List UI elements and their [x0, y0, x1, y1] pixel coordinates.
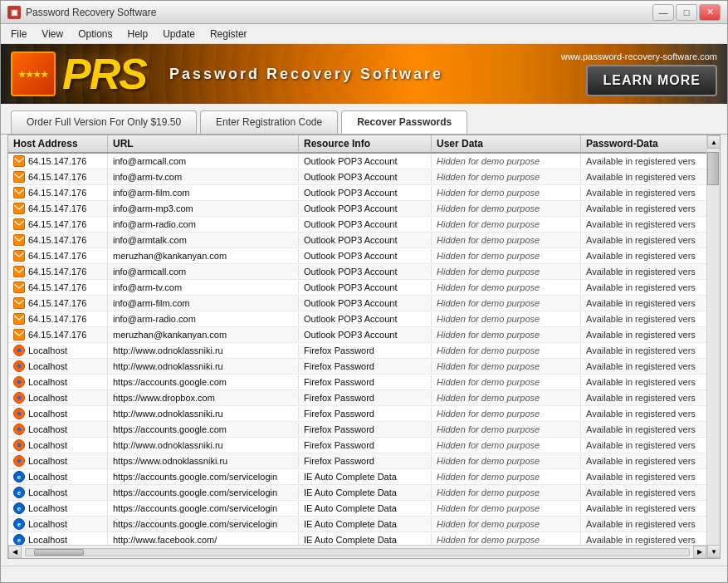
firefox-icon [13, 392, 25, 404]
cell-host: 64.15.147.176 [8, 311, 108, 326]
scroll-right-button[interactable]: ▶ [693, 546, 706, 559]
close-button[interactable]: ✕ [699, 4, 721, 21]
cell-userdata: Hidden for demo purpose [432, 186, 581, 199]
host-text: Localhost [28, 519, 67, 529]
menu-item-help[interactable]: Help [121, 27, 155, 42]
scroll-track[interactable] [25, 548, 690, 556]
table-row[interactable]: Localhosthttp://www.odnoklassniki.ruFire… [8, 359, 706, 375]
table-row[interactable]: 64.15.147.176info@arm-mp3.comOutlook POP… [8, 201, 706, 217]
menu-item-file[interactable]: File [4, 27, 33, 42]
table-header: Host Address URL Resource Info User Data… [8, 135, 706, 154]
cell-host: 64.15.147.176 [8, 217, 108, 232]
minimize-button[interactable]: — [652, 4, 674, 21]
menu-item-register[interactable]: Register [203, 27, 254, 42]
cell-host: eLocalhost [8, 469, 108, 484]
table-row[interactable]: Localhosthttps://accounts.google.comFire… [8, 375, 706, 390]
cell-url: info@arm-tv.com [108, 170, 299, 184]
cell-url: info@arm-mp3.com [108, 202, 299, 215]
host-text: 64.15.147.176 [28, 203, 86, 213]
cell-password: Available in registered vers [581, 265, 706, 278]
host-text: Localhost [28, 424, 67, 434]
cell-resource: Outlook POP3 Account [299, 265, 432, 278]
table-row[interactable]: 64.15.147.176info@arm-tv.comOutlook POP3… [8, 169, 706, 185]
horizontal-scrollbar[interactable]: ◀ ▶ [8, 545, 706, 558]
table-row[interactable]: 64.15.147.176info@arm-radio.comOutlook P… [8, 217, 706, 233]
cell-url: http://www.odnoklassniki.ru [108, 407, 299, 420]
cell-host: Localhost [8, 453, 108, 468]
cell-url: https://accounts.google.com/servicelogin [108, 517, 299, 531]
table-row[interactable]: 64.15.147.176info@arm-film.comOutlook PO… [8, 185, 706, 201]
cell-password: Available in registered vers [581, 233, 706, 247]
v-scroll-track[interactable] [707, 149, 720, 545]
scroll-up-button[interactable]: ▲ [707, 135, 720, 149]
cell-resource: Outlook POP3 Account [299, 202, 432, 215]
tab-1[interactable]: Enter Registration Code [200, 110, 338, 134]
host-text: 64.15.147.176 [28, 235, 86, 245]
table-row[interactable]: eLocalhosthttps://accounts.google.com/se… [8, 469, 706, 485]
title-controls: — □ ✕ [652, 4, 721, 21]
table-row[interactable]: 64.15.147.176meruzhan@kankanyan.comOutlo… [8, 248, 706, 264]
cell-url: info@arm-film.com [108, 296, 299, 310]
host-text: Localhost [28, 361, 67, 371]
cell-url: info@armcall.com [108, 265, 299, 278]
table-row[interactable]: 64.15.147.176info@armcall.comOutlook POP… [8, 264, 706, 280]
cell-host: 64.15.147.176 [8, 280, 108, 295]
col-header-url: URL [108, 135, 299, 152]
table-row[interactable]: 64.15.147.176info@arm-radio.comOutlook P… [8, 311, 706, 327]
mail-icon [13, 250, 25, 262]
banner: ★★★★ PRS Password Recovery Software www.… [1, 44, 727, 104]
cell-userdata: Hidden for demo purpose [432, 218, 581, 231]
cell-url: http://www.facebook.com/ [108, 533, 299, 545]
table-row[interactable]: 64.15.147.176meruzhan@kankanyan.comOutlo… [8, 327, 706, 343]
cell-password: Available in registered vers [581, 423, 706, 436]
host-text: Localhost [28, 535, 67, 545]
cell-password: Available in registered vers [581, 218, 706, 231]
cell-url: https://accounts.google.com/servicelogin [108, 470, 299, 483]
scroll-thumb[interactable] [34, 549, 84, 556]
cell-host: eLocalhost [8, 501, 108, 516]
menu-item-update[interactable]: Update [156, 27, 202, 42]
table-row[interactable]: Localhosthttp://www.odnoklassniki.ruFire… [8, 438, 706, 453]
cell-userdata: Hidden for demo purpose [432, 375, 581, 389]
table-row[interactable]: eLocalhosthttp://www.facebook.com/IE Aut… [8, 532, 706, 545]
table-row[interactable]: 64.15.147.176info@armcall.comOutlook POP… [8, 154, 706, 169]
mail-icon [13, 234, 25, 246]
table-row[interactable]: Localhosthttps://www.dropbox.comFirefox … [8, 390, 706, 406]
table-row[interactable]: eLocalhosthttps://accounts.google.com/se… [8, 501, 706, 517]
table-row[interactable]: eLocalhosthttps://accounts.google.com/se… [8, 517, 706, 532]
table-row[interactable]: Localhosthttps://accounts.google.comFire… [8, 422, 706, 438]
tab-2[interactable]: Recover Passwords [341, 110, 467, 134]
vertical-scrollbar[interactable]: ▲ ▼ [706, 135, 720, 558]
table-row[interactable]: 64.15.147.176info@arm-film.comOutlook PO… [8, 296, 706, 311]
cell-password: Available in registered vers [581, 375, 706, 389]
menu-item-view[interactable]: View [35, 27, 70, 42]
learn-more-button[interactable]: LEARN MORE [586, 65, 717, 96]
cell-url: info@arm-film.com [108, 186, 299, 199]
table-row[interactable]: Localhosthttps://www.odnoklassniki.ruFir… [8, 453, 706, 469]
cell-password: Available in registered vers [581, 486, 706, 499]
table-row[interactable]: eLocalhosthttps://accounts.google.com/se… [8, 485, 706, 501]
title-bar: ▣ Password Recovery Software — □ ✕ [1, 1, 727, 24]
svg-text:e: e [17, 536, 22, 544]
mail-icon [13, 187, 25, 198]
cell-userdata: Hidden for demo purpose [432, 344, 581, 357]
table-row[interactable]: 64.15.147.176info@armtalk.comOutlook POP… [8, 233, 706, 248]
banner-prs-text: PRS [62, 49, 146, 99]
table-row[interactable]: Localhosthttp://www.odnoklassniki.ruFire… [8, 406, 706, 422]
svg-point-27 [17, 459, 22, 463]
cell-host: 64.15.147.176 [8, 201, 108, 216]
tab-0[interactable]: Order Full Version For Only $19.50 [11, 110, 197, 134]
v-scroll-thumb[interactable] [707, 152, 719, 185]
cell-password: Available in registered vers [581, 249, 706, 262]
table-row[interactable]: 64.15.147.176info@arm-tv.comOutlook POP3… [8, 280, 706, 296]
cell-resource: Firefox Password [299, 454, 432, 468]
table-body[interactable]: 64.15.147.176info@armcall.comOutlook POP… [8, 154, 706, 545]
maximize-button[interactable]: □ [676, 4, 697, 21]
cell-url: info@arm-radio.com [108, 218, 299, 231]
menu-item-options[interactable]: Options [71, 27, 119, 42]
table-row[interactable]: Localhosthttp://www.odnoklassniki.ruFire… [8, 343, 706, 359]
scroll-left-button[interactable]: ◀ [8, 546, 22, 559]
firefox-icon [13, 360, 25, 372]
cell-resource: IE Auto Complete Data [299, 517, 432, 531]
scroll-down-button[interactable]: ▼ [707, 545, 720, 558]
